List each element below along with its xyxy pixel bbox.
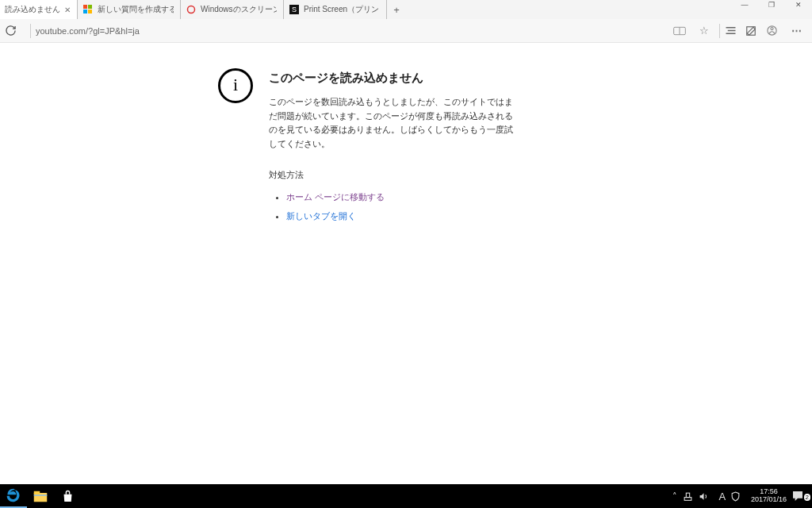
svg-rect-15 — [34, 493, 48, 502]
tab-error-page[interactable]: 読み込めません ✕ — [0, 0, 78, 19]
error-description: このページを数回読み込もうとしましたが、このサイトではまだ問題が続いています。こ… — [269, 95, 515, 151]
taskbar-explorer-icon[interactable] — [27, 484, 54, 508]
minimize-button[interactable]: — — [731, 0, 758, 10]
hub-icon[interactable] — [725, 25, 745, 36]
action-center-icon[interactable]: 2 — [791, 490, 812, 502]
svg-rect-17 — [34, 495, 48, 496]
favorite-star-icon[interactable]: ☆ — [694, 25, 714, 37]
tab-label: 新しい質問を作成する、または！ — [98, 4, 174, 15]
share-icon[interactable] — [766, 25, 787, 37]
tab-windows-screenshot[interactable]: Windowsのスクリーンショットの — [181, 0, 284, 19]
tab-label: Print Screen（プリントスクリー — [304, 4, 380, 15]
web-note-icon[interactable] — [745, 25, 766, 37]
tray-defender-icon[interactable] — [730, 491, 746, 502]
svg-rect-18 — [684, 497, 691, 500]
error-title: このページを読み込めません — [269, 68, 515, 87]
taskbar-clock[interactable]: 17:56 2017/01/16 — [746, 488, 791, 504]
tray-volume-icon[interactable] — [699, 491, 714, 502]
clock-date: 2017/01/16 — [751, 496, 787, 504]
svg-rect-0 — [83, 5, 87, 9]
svg-rect-3 — [88, 10, 92, 13]
more-menu-icon[interactable]: ⋯ — [787, 25, 807, 37]
tray-network-icon[interactable] — [683, 491, 699, 502]
ring-icon — [186, 4, 197, 15]
svg-rect-19 — [686, 493, 689, 497]
error-links-list: ホーム ページに移動する 新しいタブを開く — [269, 190, 515, 223]
notification-badge: 2 — [804, 494, 810, 501]
svg-rect-2 — [83, 10, 87, 13]
svg-point-4 — [188, 6, 195, 13]
svg-text:S: S — [292, 6, 297, 13]
tray-chevron-icon[interactable]: ˄ — [667, 491, 683, 502]
tab-ms-question[interactable]: 新しい質問を作成する、または！ — [78, 0, 181, 19]
page-content: i このページを読み込めません このページを数回読み込もうとしましたが、このサイ… — [0, 56, 812, 484]
tab-label: Windowsのスクリーンショットの — [201, 4, 277, 15]
separator — [30, 24, 31, 38]
reading-view-icon[interactable] — [673, 26, 694, 36]
system-tray: ˄ A 17:56 2017/01/16 2 — [667, 484, 812, 508]
taskbar-edge-icon[interactable] — [0, 484, 27, 508]
taskbar: ˄ A 17:56 2017/01/16 2 — [0, 484, 812, 508]
refresh-button[interactable] — [5, 25, 25, 37]
tray-ime-icon[interactable]: A — [714, 491, 730, 502]
tab-label: 読み込めません — [5, 4, 60, 15]
address-bar: youtube.com/?gl=JP&hl=ja ☆ ⋯ — [0, 19, 812, 43]
svg-rect-16 — [34, 491, 40, 494]
taskbar-store-icon[interactable] — [54, 484, 81, 508]
error-subheading: 対処方法 — [269, 168, 515, 183]
s-badge-icon: S — [289, 4, 300, 15]
open-new-tab-link[interactable]: 新しいタブを開く — [286, 211, 356, 221]
info-icon: i — [218, 68, 253, 103]
new-tab-button[interactable]: + — [387, 0, 406, 19]
tab-print-screen[interactable]: S Print Screen（プリントスクリー — [284, 0, 387, 19]
window-controls: — ❐ ✕ — [731, 0, 812, 10]
url-text[interactable]: youtube.com/?gl=JP&hl=ja — [36, 26, 140, 36]
ms-logo-icon — [82, 4, 94, 15]
go-home-link[interactable]: ホーム ページに移動する — [286, 192, 385, 202]
close-tab-icon[interactable]: ✕ — [64, 6, 71, 14]
separator — [719, 24, 720, 38]
svg-point-14 — [771, 27, 773, 29]
tab-strip: 読み込めません ✕ 新しい質問を作成する、または！ Windowsのスクリーンシ… — [0, 0, 812, 19]
close-window-button[interactable]: ✕ — [785, 0, 812, 10]
svg-rect-1 — [88, 5, 92, 9]
maximize-button[interactable]: ❐ — [758, 0, 785, 10]
